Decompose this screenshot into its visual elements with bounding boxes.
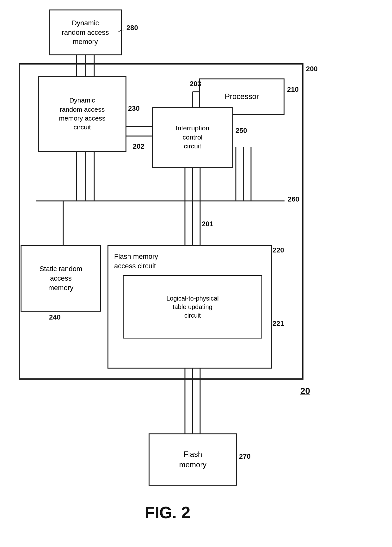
l2p-box: Logical-to-physical table updating circu… (123, 275, 262, 339)
processor-ref: 210 (287, 85, 299, 94)
ref-200: 200 (306, 65, 318, 73)
dram-circuit-box: Dynamic random access memory access circ… (38, 76, 126, 152)
diagram: Dynamic random access memory 280 200 Dyn… (0, 0, 392, 547)
sram-label: Static random access memory (40, 264, 83, 292)
dram-circuit-ref: 230 (128, 104, 140, 113)
flash-box: Flash memory (149, 433, 237, 486)
dram-ref: 280 (126, 24, 138, 32)
interruption-ref: 250 (236, 127, 247, 135)
dram-label: Dynamic random access memory (62, 18, 109, 47)
flash-circuit-ref: 220 (273, 246, 284, 254)
processor-label: Processor (225, 91, 259, 102)
ref-202: 202 (133, 142, 144, 151)
dram-box: Dynamic random access memory (49, 9, 122, 55)
flash-circuit-label: Flash memory access circuit (114, 252, 271, 270)
ref-201: 201 (202, 220, 213, 228)
l2p-ref: 221 (273, 320, 284, 328)
ref-203: 203 (190, 80, 201, 88)
sram-ref: 240 (49, 313, 61, 321)
interruption-label: Interruption control circuit (176, 124, 209, 151)
sram-box: Static random access memory (21, 245, 101, 312)
dram-circuit-label: Dynamic random access memory access circ… (59, 96, 105, 132)
flash-ref: 270 (239, 452, 251, 461)
fig-label: FIG. 2 (120, 503, 215, 522)
diagram-ref: 20 (300, 386, 310, 396)
flash-label: Flash memory (179, 449, 207, 470)
flash-circuit-box: Flash memory access circuit Logical-to-p… (107, 245, 272, 369)
interruption-box: Interruption control circuit (152, 107, 233, 168)
l2p-label: Logical-to-physical table updating circu… (166, 294, 219, 320)
ref-260: 260 (288, 195, 299, 203)
